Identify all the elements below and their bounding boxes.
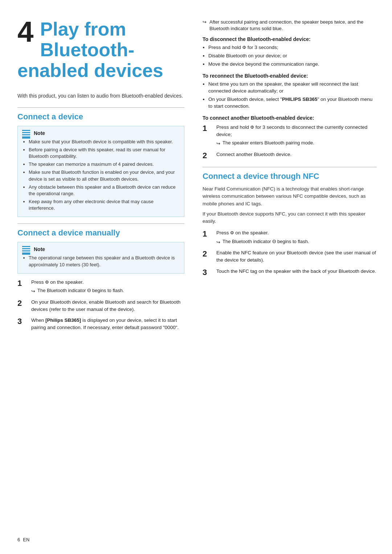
nfc-step-num-1: 1 xyxy=(203,229,213,239)
list-item: Press and hold Ф for 3 seconds; xyxy=(208,44,377,51)
right-step-content-1: Press and hold Ф for 3 seconds to discon… xyxy=(216,124,377,147)
connect-another-section: To connect another Bluetooth-enabled dev… xyxy=(203,115,377,160)
arrow-icon-cont: ↪ xyxy=(203,19,207,25)
step-3: 3 When [Philips SB365] is displayed on y… xyxy=(17,317,184,332)
right-step-num-1: 1 xyxy=(203,124,213,133)
note-icon-2 xyxy=(22,246,31,253)
nfc-step-num-2: 2 xyxy=(203,249,213,259)
continuation-section: ↪ After successful pairing and connectio… xyxy=(203,19,377,32)
connect-manually-note: Note The operational range between this … xyxy=(17,242,184,273)
step-sub-1: ↪ The Bluetooth indicator Θ begins to fl… xyxy=(31,287,124,295)
sub-text-1: The Bluetooth indicator Θ begins to flas… xyxy=(37,287,124,294)
right-step-sub-1: ↪ The speaker enters Bluetooth pairing m… xyxy=(216,140,377,147)
connect-manually-title: Connect a device manually xyxy=(17,228,184,238)
nfc-intro1: Near Field Communication (NFC) is a tech… xyxy=(203,185,377,208)
nfc-step-2: 2 Enable the NFC feature on your Bluetoo… xyxy=(203,249,377,264)
page-footer: 6 EN xyxy=(17,537,29,542)
connect-device-section: Connect a device Note Make sure that you… xyxy=(17,112,184,217)
list-item: Disable Bluetooth on your device; or xyxy=(208,53,377,59)
step-num-3: 3 xyxy=(17,317,28,326)
connect-manually-steps: 1 Press Ф on the speaker. ↪ The Bluetoot… xyxy=(17,279,184,332)
nfc-title: Connect a device through NFC xyxy=(203,172,377,181)
right-step-2: 2 Connect another Bluetooth device. xyxy=(203,151,377,160)
right-sub-text-1: The speaker enters Bluetooth pairing mod… xyxy=(222,140,314,146)
connect-another-steps: 1 Press and hold Ф for 3 seconds to disc… xyxy=(203,124,377,160)
right-step-1: 1 Press and hold Ф for 3 seconds to disc… xyxy=(203,124,377,147)
nfc-step-1: 1 Press Ф on the speaker. ↪ The Bluetoot… xyxy=(203,229,377,246)
intro-text: With this product, you can listen to aud… xyxy=(17,93,184,99)
list-item: The speaker can memorize a maximum of 4 … xyxy=(29,161,179,168)
list-item: Before pairing a device with this speake… xyxy=(29,147,179,160)
step-num-2: 2 xyxy=(17,299,28,308)
connect-manually-section: Connect a device manually Note The opera… xyxy=(17,228,184,331)
section-divider-nfc xyxy=(203,167,377,167)
nfc-step-sub-1: ↪ The Bluetooth indicator Θ begins to fl… xyxy=(216,238,309,246)
reconnect-title: To reconnect the Bluetooth-enabled devic… xyxy=(203,73,377,79)
connect-device-title: Connect a device xyxy=(17,112,184,122)
list-item: The operational range between this speak… xyxy=(29,255,179,268)
reconnect-section: To reconnect the Bluetooth-enabled devic… xyxy=(203,73,377,110)
footer-page-number: 6 xyxy=(17,537,20,542)
chapter-number: 4 xyxy=(17,17,34,46)
connect-another-title: To connect another Bluetooth-enabled dev… xyxy=(203,115,377,121)
step-num-1: 1 xyxy=(17,279,28,288)
nfc-step-content-2: Enable the NFC feature on your Bluetooth… xyxy=(216,249,377,264)
nfc-step-3: 3 Touch the NFC tag on the speaker with … xyxy=(203,268,377,277)
step-content-3: When [Philips SB365] is displayed on you… xyxy=(31,317,184,332)
nfc-step-content-1: Press Ф on the speaker. ↪ The Bluetooth … xyxy=(216,229,309,246)
disconnect-list: Press and hold Ф for 3 seconds; Disable … xyxy=(203,44,377,68)
step-2: 2 On your Bluetooth device, enable Bluet… xyxy=(17,299,184,313)
right-column: ↪ After successful pairing and connectio… xyxy=(199,17,377,537)
list-item: Make sure that your Bluetooth device is … xyxy=(29,139,179,145)
chapter-title: Play from Bluetooth- enabled devices xyxy=(17,17,184,81)
list-item: On your Bluetooth device, select "PHILIP… xyxy=(208,96,377,110)
arrow-icon-1: ↪ xyxy=(31,288,35,295)
note-label-2: Note xyxy=(34,246,45,252)
chapter-header: 4 Play from Bluetooth- enabled devices xyxy=(17,17,184,81)
nfc-sub-text-1: The Bluetooth indicator Θ begins to flas… xyxy=(222,238,309,245)
reconnect-list: Next time you turn on the speaker, the s… xyxy=(203,81,377,110)
list-item: Any obstacle between this speaker and a … xyxy=(29,184,179,197)
nfc-section: Connect a device through NFC Near Field … xyxy=(203,172,377,277)
continuation-text: After successful pairing and connection,… xyxy=(209,19,377,32)
nfc-steps: 1 Press Ф on the speaker. ↪ The Bluetoot… xyxy=(203,229,377,277)
note-header-1: Note xyxy=(22,130,179,136)
step-content-2: On your Bluetooth device, enable Bluetoo… xyxy=(31,299,184,313)
arrow-icon-nfc1: ↪ xyxy=(216,239,220,246)
list-item: Move the device beyond the communication… xyxy=(208,61,377,68)
connect-device-note-list: Make sure that your Bluetooth device is … xyxy=(22,139,179,212)
disconnect-section: To disconnect the Bluetooth-enabled devi… xyxy=(203,36,377,68)
nfc-step-num-3: 3 xyxy=(203,268,213,277)
list-item: Make sure that Bluetooth function is ena… xyxy=(29,169,179,182)
section-divider-2 xyxy=(17,223,184,224)
note-icon-1 xyxy=(22,130,31,136)
continuation-item: ↪ After successful pairing and connectio… xyxy=(203,19,377,32)
note-label-1: Note xyxy=(34,130,45,136)
note-header-2: Note xyxy=(22,246,179,253)
nfc-intro2: If your Bluetooth device supports NFC, y… xyxy=(203,210,377,225)
list-item: Keep away from any other electronic devi… xyxy=(29,198,179,212)
footer-language: EN xyxy=(23,537,29,542)
arrow-icon-r1: ↪ xyxy=(216,140,220,147)
connect-manually-note-list: The operational range between this speak… xyxy=(22,255,179,268)
right-step-content-2: Connect another Bluetooth device. xyxy=(216,151,291,158)
connect-device-note: Note Make sure that your Bluetooth devic… xyxy=(17,126,184,217)
step-content-1: Press Ф on the speaker. ↪ The Bluetooth … xyxy=(31,279,124,295)
step-1: 1 Press Ф on the speaker. ↪ The Bluetoot… xyxy=(17,279,184,295)
nfc-step-content-3: Touch the NFC tag on the speaker with th… xyxy=(216,268,376,275)
right-step-num-2: 2 xyxy=(203,151,213,160)
section-divider-1 xyxy=(17,107,184,108)
disconnect-title: To disconnect the Bluetooth-enabled devi… xyxy=(203,36,377,42)
list-item: Next time you turn on the speaker, the s… xyxy=(208,81,377,95)
